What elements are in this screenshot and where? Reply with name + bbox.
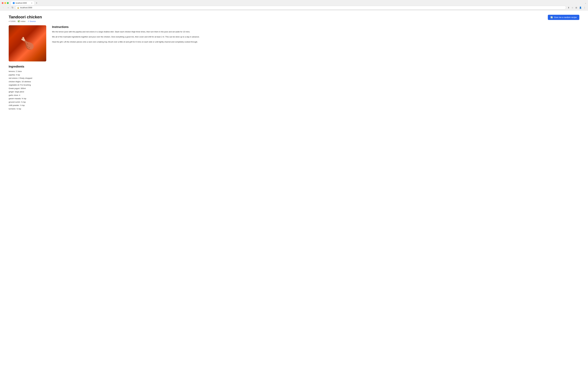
- cuisine-icon: 🌿: [18, 20, 20, 22]
- cuisine-label: Indian: [20, 20, 25, 22]
- browser-tab[interactable]: 🌐 localhost:3000 ×: [11, 1, 34, 5]
- instructions-section: Instructions Mix the lemon juice with th…: [52, 25, 579, 43]
- toolbar-actions: ⬆ ☆ ⊞ 👤 ⋮: [567, 6, 586, 9]
- recipe-image: [9, 25, 46, 62]
- ingredients-list: lemons: 2 Juicepaprika: 4 tspred onions:…: [9, 70, 46, 110]
- recipe-id: # 52806: [9, 20, 16, 22]
- recipe-image-placeholder: [9, 25, 46, 62]
- recipe-left-column: Ingredients lemons: 2 Juicepaprika: 4 ts…: [9, 25, 46, 110]
- recipe-header: Tandoori chicken # 52806 🌿 Indian ↗ Sour…: [9, 15, 579, 22]
- window-dropdown-button[interactable]: ⌄: [585, 2, 586, 4]
- new-tab-button[interactable]: +: [35, 1, 38, 5]
- list-item: garam masala: ¾ tsp: [9, 97, 46, 100]
- recipe-id-value: 52806: [10, 20, 16, 22]
- hash-icon: #: [9, 20, 10, 22]
- source-label: Source: [30, 20, 36, 22]
- instructions-text: Mix the lemon juice with the paprika and…: [52, 30, 579, 43]
- tab-favicon: 🌐: [13, 2, 15, 4]
- forward-button[interactable]: →: [6, 6, 10, 9]
- list-item: garlic clove: 4: [9, 94, 46, 97]
- security-icon: 🔒: [17, 7, 19, 9]
- external-link-icon: ↗: [28, 20, 29, 22]
- refresh-button[interactable]: ↻: [11, 6, 14, 9]
- browser-titlebar: 🌐 localhost:3000 × + ⌄: [0, 0, 588, 5]
- random-recipe-button[interactable]: 🔄 Give me a random recipe: [548, 15, 579, 20]
- list-item: red onions: 2 finely chopped: [9, 77, 46, 80]
- back-button[interactable]: ←: [2, 6, 5, 9]
- tab-title: localhost:3000: [16, 2, 27, 4]
- minimize-window-button[interactable]: [4, 2, 6, 4]
- share-button[interactable]: ⬆: [567, 6, 570, 9]
- maximize-window-button[interactable]: [7, 2, 9, 4]
- instruction-paragraph: Mix all of the marinade ingredients toge…: [52, 35, 579, 39]
- list-item: chicken thighs: 16 skinless: [9, 80, 46, 83]
- split-view-button[interactable]: ⊞: [575, 6, 578, 9]
- random-recipe-label: Give me a random recipe: [554, 16, 577, 19]
- list-item: Greek yogurt: 300ml: [9, 87, 46, 90]
- ingredients-section: Ingredients lemons: 2 Juicepaprika: 4 ts…: [9, 65, 46, 110]
- ingredients-heading: Ingredients: [9, 65, 46, 68]
- page-content: Tandoori chicken # 52806 🌿 Indian ↗ Sour…: [0, 10, 588, 386]
- close-window-button[interactable]: [2, 2, 3, 4]
- traffic-lights: [2, 2, 9, 4]
- instructions-heading: Instructions: [52, 25, 579, 29]
- recipe-right-column: Instructions Mix the lemon juice with th…: [52, 25, 579, 110]
- list-item: ground cumin: ¾ tsp: [9, 101, 46, 104]
- list-item: paprika: 4 tsp: [9, 73, 46, 76]
- instruction-paragraph: Mix the lemon juice with the paprika and…: [52, 30, 579, 33]
- instruction-paragraph: Heat the grill. Lift the chicken pieces …: [52, 41, 579, 43]
- menu-button[interactable]: ⋮: [583, 6, 586, 9]
- list-item: turmeric: ¼ tsp: [9, 107, 46, 110]
- list-item: vegetable oil: For brushing: [9, 84, 46, 86]
- bookmark-button[interactable]: ☆: [571, 6, 574, 9]
- list-item: ginger: large piece: [9, 90, 46, 93]
- random-icon: 🔄: [550, 16, 553, 19]
- recipe-source-link[interactable]: ↗ Source: [28, 20, 36, 22]
- address-text: localhost:3000: [20, 6, 32, 9]
- recipe-cuisine: 🌿 Indian: [18, 20, 25, 22]
- recipe-title-section: Tandoori chicken # 52806 🌿 Indian ↗ Sour…: [9, 15, 42, 22]
- recipe-meta: # 52806 🌿 Indian ↗ Source: [9, 20, 42, 22]
- list-item: lemons: 2 Juice: [9, 70, 46, 73]
- profile-button[interactable]: 👤: [579, 6, 582, 9]
- browser-frame: 🌐 localhost:3000 × + ⌄ ← → ↻ 🔒 localhost…: [0, 0, 588, 10]
- recipe-title: Tandoori chicken: [9, 15, 42, 19]
- list-item: chilli powder: ½ tsp: [9, 104, 46, 107]
- address-bar[interactable]: 🔒 localhost:3000: [15, 6, 566, 9]
- browser-toolbar: ← → ↻ 🔒 localhost:3000 ⬆ ☆ ⊞ 👤 ⋮: [0, 5, 588, 10]
- tab-close-button[interactable]: ×: [31, 2, 32, 4]
- recipe-body: Ingredients lemons: 2 Juicepaprika: 4 ts…: [9, 25, 579, 110]
